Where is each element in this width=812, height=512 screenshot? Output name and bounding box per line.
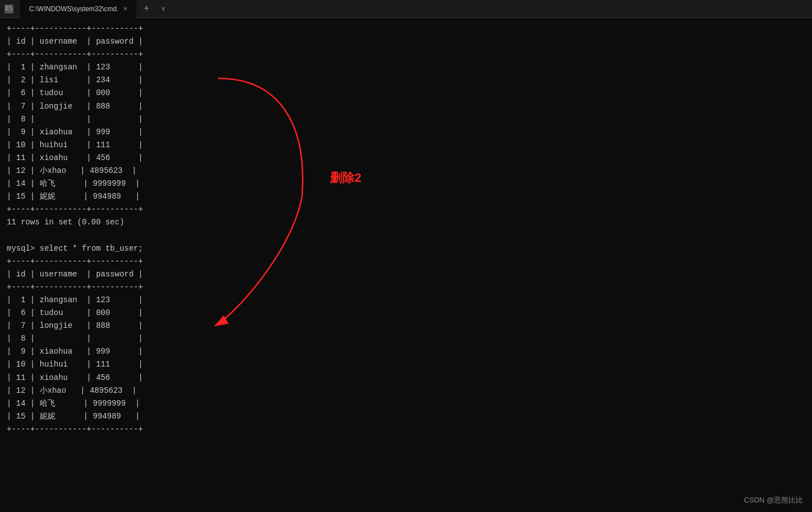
new-tab-button[interactable]: + — [138, 0, 155, 18]
tab-dropdown-button[interactable]: ∨ — [157, 0, 170, 18]
watermark: CSDN @恶熊比比 — [744, 495, 803, 505]
title-bar: C\ C:\WINDOWS\system32\cmd. ✕ + ∨ — [0, 0, 812, 18]
app-icon: C\ — [4, 4, 13, 13]
tab-area: C:\WINDOWS\system32\cmd. ✕ + ∨ — [20, 0, 170, 18]
active-tab[interactable]: C:\WINDOWS\system32\cmd. ✕ — [20, 0, 136, 18]
terminal-output: +----+-----------+----------+ | id | use… — [7, 22, 805, 436]
tab-label: C:\WINDOWS\system32\cmd. — [29, 5, 119, 13]
terminal-window[interactable]: +----+-----------+----------+ | id | use… — [0, 18, 812, 512]
tab-close-btn[interactable]: ✕ — [123, 6, 128, 12]
